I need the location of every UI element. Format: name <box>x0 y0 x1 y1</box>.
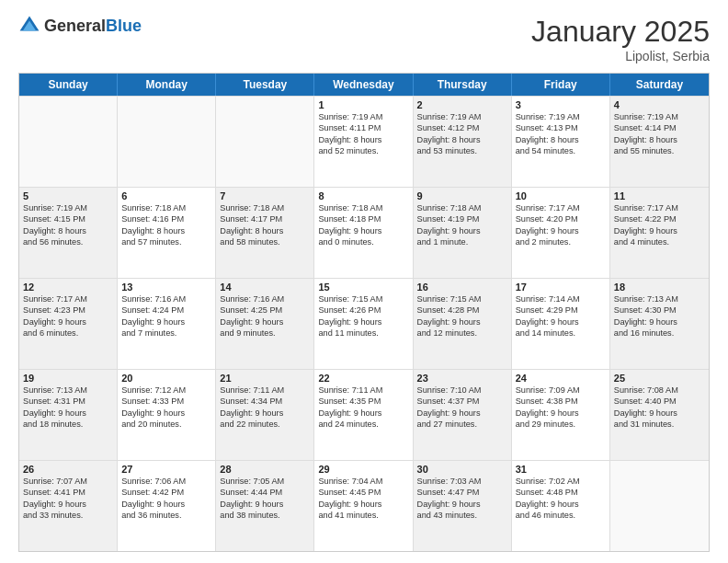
logo-blue: Blue <box>106 17 142 35</box>
cell-line: Sunset: 4:17 PM <box>220 213 310 224</box>
cell-line: Sunset: 4:38 PM <box>516 396 606 407</box>
cell-line: Sunset: 4:26 PM <box>318 304 408 316</box>
cell-line: Daylight: 8 hours <box>417 134 507 145</box>
calendar-cell: 18Sunrise: 7:13 AMSunset: 4:30 PMDayligh… <box>610 279 709 369</box>
calendar-cell: 25Sunrise: 7:08 AMSunset: 4:40 PMDayligh… <box>610 370 709 460</box>
calendar: SundayMondayTuesdayWednesdayThursdayFrid… <box>18 73 710 552</box>
day-number: 3 <box>516 99 606 110</box>
cell-line: and 20 minutes. <box>121 419 211 430</box>
cell-line: Sunrise: 7:15 AM <box>318 293 408 304</box>
cell-line: Sunrise: 7:17 AM <box>614 202 705 213</box>
cell-line: Daylight: 9 hours <box>614 316 705 327</box>
cell-line: Sunset: 4:37 PM <box>417 396 507 407</box>
calendar-cell: 4Sunrise: 7:19 AMSunset: 4:14 PMDaylight… <box>610 97 709 187</box>
cell-line: Daylight: 8 hours <box>318 134 408 145</box>
cell-line: and 4 minutes. <box>614 236 705 247</box>
calendar-cell: 2Sunrise: 7:19 AMSunset: 4:12 PMDaylight… <box>414 97 512 187</box>
cell-line: Daylight: 9 hours <box>614 225 705 236</box>
cell-line: Sunrise: 7:18 AM <box>121 202 211 213</box>
calendar-cell: 24Sunrise: 7:09 AMSunset: 4:38 PMDayligh… <box>512 370 610 460</box>
calendar-row: 19Sunrise: 7:13 AMSunset: 4:31 PMDayligh… <box>19 369 709 460</box>
calendar-cell: 5Sunrise: 7:19 AMSunset: 4:15 PMDaylight… <box>19 188 118 278</box>
cell-line: and 36 minutes. <box>121 510 211 521</box>
cell-line: Sunset: 4:19 PM <box>417 213 507 224</box>
calendar-cell: 9Sunrise: 7:18 AMSunset: 4:19 PMDaylight… <box>414 188 512 278</box>
cell-line: and 46 minutes. <box>516 510 606 521</box>
cell-line: and 0 minutes. <box>318 236 408 247</box>
cell-line: and 9 minutes. <box>220 327 310 339</box>
day-number: 22 <box>318 373 408 384</box>
calendar-row: 5Sunrise: 7:19 AMSunset: 4:15 PMDaylight… <box>19 187 709 278</box>
day-number: 10 <box>516 190 606 201</box>
cell-line: Daylight: 9 hours <box>318 316 408 327</box>
cell-line: Daylight: 9 hours <box>516 316 606 327</box>
calendar-cell: 31Sunrise: 7:02 AMSunset: 4:48 PMDayligh… <box>512 461 610 551</box>
weekday-header: Thursday <box>414 74 512 96</box>
cell-line: Daylight: 9 hours <box>417 316 507 327</box>
day-number: 21 <box>220 373 310 384</box>
day-number: 31 <box>516 464 606 475</box>
cell-line: Sunrise: 7:03 AM <box>417 476 507 487</box>
cell-line: Sunset: 4:23 PM <box>23 304 113 316</box>
calendar-row: 1Sunrise: 7:19 AMSunset: 4:11 PMDaylight… <box>19 96 709 187</box>
cell-line: Sunset: 4:16 PM <box>121 213 211 224</box>
cell-line: Daylight: 9 hours <box>23 408 113 419</box>
cell-line: Daylight: 9 hours <box>417 225 507 236</box>
weekday-header: Sunday <box>19 74 118 96</box>
cell-line: Sunrise: 7:13 AM <box>614 293 705 304</box>
day-number: 20 <box>121 373 211 384</box>
weekday-header: Wednesday <box>314 74 413 96</box>
calendar-cell: 20Sunrise: 7:12 AMSunset: 4:33 PMDayligh… <box>118 370 216 460</box>
cell-line: and 16 minutes. <box>614 327 705 339</box>
title-block: January 2025 Lipolist, Serbia <box>531 15 710 63</box>
day-number: 15 <box>318 282 408 293</box>
cell-line: Sunset: 4:13 PM <box>516 122 606 133</box>
day-number: 12 <box>23 282 113 293</box>
cell-line: Daylight: 9 hours <box>220 499 310 510</box>
cell-line: and 55 minutes. <box>614 145 705 156</box>
calendar-body: 1Sunrise: 7:19 AMSunset: 4:11 PMDaylight… <box>19 96 709 551</box>
cell-line: and 27 minutes. <box>417 419 507 430</box>
cell-line: and 12 minutes. <box>417 327 507 339</box>
cell-line: Sunrise: 7:16 AM <box>220 293 310 304</box>
logo: GeneralBlue <box>18 15 142 37</box>
calendar-cell: 27Sunrise: 7:06 AMSunset: 4:42 PMDayligh… <box>118 461 216 551</box>
day-number: 29 <box>318 464 408 475</box>
weekday-header: Tuesday <box>216 74 314 96</box>
calendar-cell: 7Sunrise: 7:18 AMSunset: 4:17 PMDaylight… <box>216 188 314 278</box>
weekday-header: Friday <box>512 74 610 96</box>
cell-line: Sunrise: 7:05 AM <box>220 476 310 487</box>
cell-line: Sunrise: 7:07 AM <box>23 476 113 487</box>
page: GeneralBlue January 2025 Lipolist, Serbi… <box>0 0 728 563</box>
cell-line: Sunset: 4:33 PM <box>121 396 211 407</box>
day-number: 16 <box>417 282 507 293</box>
subtitle: Lipolist, Serbia <box>531 49 710 63</box>
calendar-cell: 22Sunrise: 7:11 AMSunset: 4:35 PMDayligh… <box>314 370 413 460</box>
calendar-cell: 15Sunrise: 7:15 AMSunset: 4:26 PMDayligh… <box>314 279 413 369</box>
weekday-header: Saturday <box>610 74 709 96</box>
cell-line: Sunset: 4:12 PM <box>417 122 507 133</box>
cell-line: and 43 minutes. <box>417 510 507 521</box>
cell-line: Daylight: 9 hours <box>417 499 507 510</box>
calendar-row: 26Sunrise: 7:07 AMSunset: 4:41 PMDayligh… <box>19 460 709 551</box>
calendar-cell <box>216 97 314 187</box>
calendar-cell: 1Sunrise: 7:19 AMSunset: 4:11 PMDaylight… <box>314 97 413 187</box>
cell-line: Sunset: 4:15 PM <box>23 213 113 224</box>
cell-line: Sunrise: 7:19 AM <box>318 111 408 122</box>
cell-line: Sunrise: 7:12 AM <box>121 385 211 396</box>
day-number: 24 <box>516 373 606 384</box>
cell-line: Daylight: 9 hours <box>417 408 507 419</box>
cell-line: Sunrise: 7:19 AM <box>23 202 113 213</box>
calendar-cell: 19Sunrise: 7:13 AMSunset: 4:31 PMDayligh… <box>19 370 118 460</box>
cell-line: Daylight: 9 hours <box>121 499 211 510</box>
day-number: 26 <box>23 464 113 475</box>
cell-line: Sunrise: 7:17 AM <box>516 202 606 213</box>
day-number: 18 <box>614 282 705 293</box>
cell-line: Sunrise: 7:16 AM <box>121 293 211 304</box>
calendar-header: SundayMondayTuesdayWednesdayThursdayFrid… <box>19 74 709 96</box>
calendar-cell: 21Sunrise: 7:11 AMSunset: 4:34 PMDayligh… <box>216 370 314 460</box>
day-number: 19 <box>23 373 113 384</box>
cell-line: Sunrise: 7:11 AM <box>220 385 310 396</box>
cell-line: and 29 minutes. <box>516 419 606 430</box>
cell-line: and 58 minutes. <box>220 236 310 247</box>
